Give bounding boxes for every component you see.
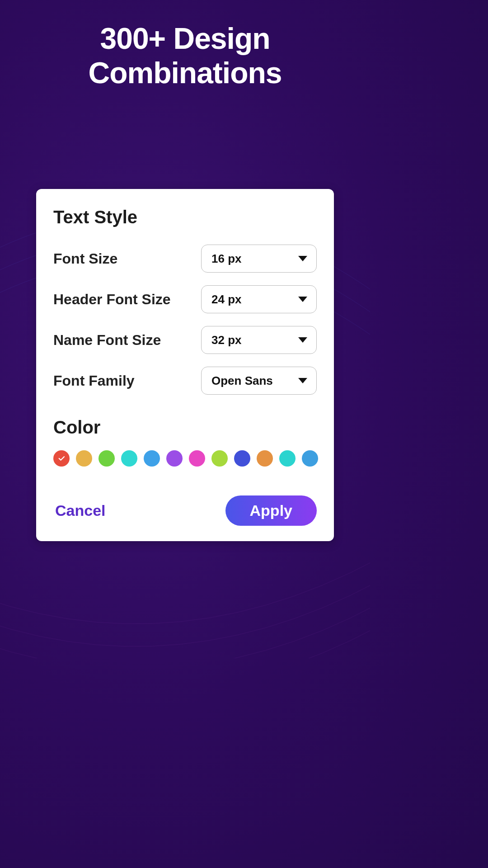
chevron-down-icon — [298, 378, 307, 383]
header-font-size-label: Header Font Size — [53, 291, 171, 308]
font-family-select[interactable]: Open Sans — [201, 367, 317, 395]
actions-row: Cancel Apply — [53, 495, 317, 526]
font-size-select[interactable]: 16 px — [201, 245, 317, 273]
name-font-size-label: Name Font Size — [53, 332, 161, 349]
color-swatch[interactable] — [257, 450, 273, 467]
color-swatch[interactable] — [234, 450, 250, 467]
cancel-button[interactable]: Cancel — [53, 498, 108, 523]
font-family-label: Font Family — [53, 373, 135, 389]
apply-button[interactable]: Apply — [225, 495, 317, 526]
check-icon — [57, 454, 66, 462]
font-family-row: Font Family Open Sans — [53, 367, 317, 395]
chevron-down-icon — [298, 297, 307, 302]
color-swatch[interactable] — [166, 450, 183, 467]
color-swatch[interactable] — [279, 450, 296, 467]
chevron-down-icon — [298, 337, 307, 343]
font-size-label: Font Size — [53, 250, 117, 267]
text-style-title: Text Style — [53, 207, 317, 227]
name-font-size-value: 32 px — [211, 333, 242, 347]
color-swatch[interactable] — [76, 450, 92, 467]
color-swatch[interactable] — [53, 450, 70, 467]
font-size-value: 16 px — [211, 252, 242, 266]
header-font-size-select[interactable]: 24 px — [201, 285, 317, 313]
name-font-size-select[interactable]: 32 px — [201, 326, 317, 354]
color-swatch[interactable] — [99, 450, 115, 467]
chevron-down-icon — [298, 256, 307, 261]
headline: 300+ Design Combinations — [0, 0, 370, 90]
color-swatch[interactable] — [302, 450, 318, 467]
color-swatches — [53, 450, 317, 467]
color-swatch[interactable] — [144, 450, 160, 467]
color-swatch[interactable] — [121, 450, 137, 467]
font-size-row: Font Size 16 px — [53, 245, 317, 273]
font-family-value: Open Sans — [211, 374, 273, 388]
color-title: Color — [53, 417, 317, 438]
header-font-size-value: 24 px — [211, 292, 242, 307]
color-swatch[interactable] — [211, 450, 228, 467]
header-font-size-row: Header Font Size 24 px — [53, 285, 317, 313]
color-swatch[interactable] — [189, 450, 205, 467]
text-style-card: Text Style Font Size 16 px Header Font S… — [36, 189, 334, 541]
name-font-size-row: Name Font Size 32 px — [53, 326, 317, 354]
